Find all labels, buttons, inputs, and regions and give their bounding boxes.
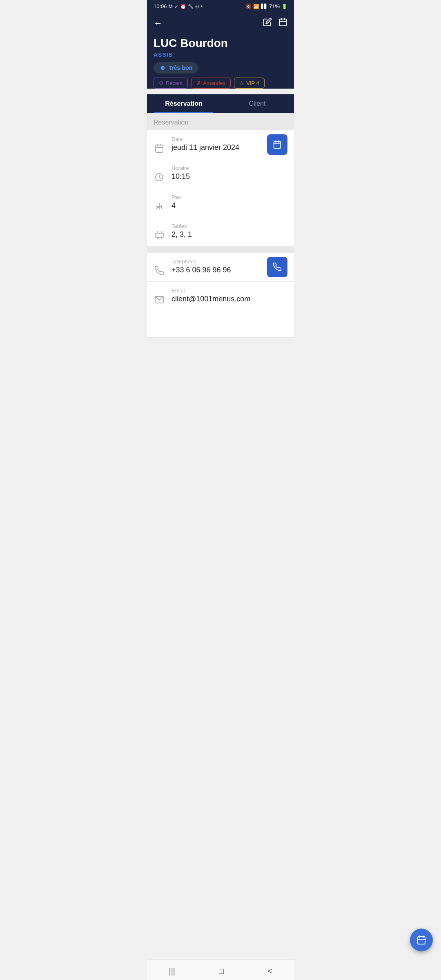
status-time: 10:06: [154, 3, 167, 9]
horaire-content: Horaire 10:15: [172, 165, 287, 181]
vip-star-icon: ☆: [239, 80, 244, 86]
email-icon: [154, 295, 165, 305]
tab-reservation[interactable]: Réservation: [147, 94, 220, 113]
tables-content: Tables 2, 3, 1: [172, 223, 287, 239]
horaire-row: Horaire 10:15: [147, 159, 294, 188]
amandes-icon: ✗: [196, 80, 201, 86]
tabs: Réservation Client: [147, 94, 294, 113]
pax-content: Pax 4: [172, 194, 287, 210]
status-mute-icon: 🔇: [245, 4, 252, 9]
status-mail-icon: M: [169, 4, 173, 9]
header-actions: [263, 18, 287, 29]
status-bar: 10:06 M ✓ ⏰ 🔧 ◎ • 🔇 📶 ▋▋ 71% 🔋: [147, 0, 294, 13]
svg-rect-0: [280, 19, 287, 26]
email-label: Email: [172, 287, 287, 294]
call-button[interactable]: [267, 257, 287, 277]
telephone-row: Téléphone +33 6 06 96 96 96: [147, 253, 294, 282]
profile-area: LUC Bourdon ASSIS ☻ Très bon ⚙ Récent ✗ …: [147, 33, 294, 89]
badge-row: ☻ Très bon: [154, 62, 287, 74]
svg-rect-4: [156, 145, 163, 152]
status-alarm-icon: ⏰: [180, 4, 186, 9]
tag-recent[interactable]: ⚙ Récent: [154, 78, 188, 89]
pax-icon: [154, 201, 165, 211]
horaire-icon: [154, 172, 165, 182]
status-left: 10:06 M ✓ ⏰ 🔧 ◎ •: [154, 3, 203, 9]
tables-label: Tables: [172, 223, 287, 229]
reservation-section-header: Réservation: [147, 113, 294, 130]
recent-label: Récent: [166, 80, 183, 86]
email-content: Email client@1001menus.com: [172, 287, 287, 303]
status-wrench-icon: 🔧: [188, 4, 194, 9]
rating-label: Très bon: [169, 65, 192, 71]
horaire-label: Horaire: [172, 165, 287, 171]
recent-icon: ⚙: [159, 80, 164, 86]
horaire-value: 10:15: [172, 172, 287, 181]
pax-value: 4: [172, 201, 287, 210]
svg-rect-15: [155, 233, 163, 237]
profile-status: ASSIS: [154, 51, 287, 58]
status-signal-icon: ▋▋: [261, 4, 267, 9]
vip-label: VIP 4: [246, 80, 259, 86]
email-value: client@1001menus.com: [172, 295, 287, 303]
calendar-header-icon[interactable]: [278, 18, 287, 29]
status-check-icon: ✓: [174, 4, 178, 9]
status-circle-icon: ◎: [195, 4, 199, 9]
date-action: [267, 134, 287, 155]
rating-icon: ☻: [159, 64, 166, 71]
tab-client[interactable]: Client: [220, 94, 294, 113]
status-dot-icon: •: [201, 3, 203, 9]
edit-icon[interactable]: [263, 18, 272, 29]
content-area: Réservation Date jeudi 11 janvier 2024: [147, 113, 294, 338]
tables-value: 2, 3, 1: [172, 230, 287, 239]
telephone-icon: [154, 266, 165, 276]
date-row: Date jeudi 11 janvier 2024: [147, 130, 294, 159]
status-right: 🔇 📶 ▋▋ 71% 🔋: [245, 3, 287, 9]
amandes-label: Amandes: [203, 80, 225, 86]
status-wifi-icon: 📶: [253, 4, 259, 9]
tag-amandes[interactable]: ✗ Amandes: [191, 78, 231, 89]
pax-row: Pax 4: [147, 188, 294, 217]
tab-client-label: Client: [249, 100, 266, 107]
email-row: Email client@1001menus.com: [147, 282, 294, 338]
back-button[interactable]: ←: [154, 18, 163, 29]
date-icon: [154, 143, 165, 153]
svg-rect-8: [274, 142, 281, 149]
tags-row: ⚙ Récent ✗ Amandes ☆ VIP 4: [154, 78, 287, 89]
telephone-action: [267, 257, 287, 277]
tab-reservation-label: Réservation: [165, 100, 203, 107]
status-battery-icon: 🔋: [281, 4, 287, 9]
date-calendar-button[interactable]: [267, 134, 287, 155]
profile-name: LUC Bourdon: [154, 37, 287, 50]
reservation-section-title: Réservation: [154, 119, 188, 126]
header: ←: [147, 13, 294, 33]
status-battery: 71%: [269, 3, 280, 9]
rating-badge: ☻ Très bon: [154, 62, 198, 74]
tag-vip[interactable]: ☆ VIP 4: [234, 78, 265, 89]
tables-row: Tables 2, 3, 1: [147, 217, 294, 246]
tables-icon: [154, 230, 165, 240]
section-spacer: [147, 246, 294, 253]
pax-label: Pax: [172, 194, 287, 200]
